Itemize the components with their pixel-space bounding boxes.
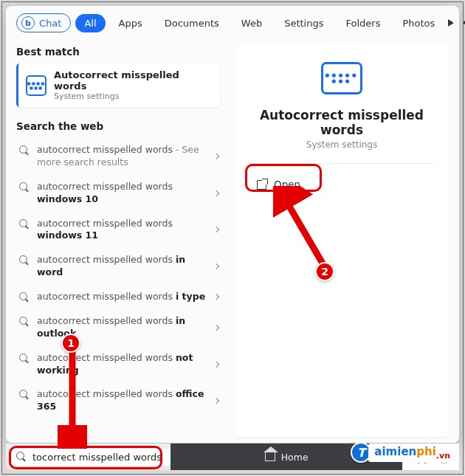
search-icon [19, 353, 30, 364]
web-result-text: autocorrect misspelled words in outlook [37, 315, 207, 340]
best-match-heading: Best match [16, 41, 227, 63]
detail-subtitle: System settings [306, 139, 377, 150]
web-result-text: autocorrect misspelled words windows 10 [37, 181, 207, 206]
open-label: Open [274, 179, 300, 190]
search-icon [19, 292, 30, 303]
web-result-item[interactable]: autocorrect misspelled words office 365 [16, 382, 223, 419]
web-result-text: autocorrect misspelled words office 365 [37, 388, 207, 413]
tab-web[interactable]: Web [232, 14, 271, 32]
watermark: T aimienphi.vn [351, 442, 453, 463]
taskbar-search[interactable]: tocorrect misspelled words [10, 449, 170, 466]
keyboard-icon: ●●●●●●● [26, 75, 46, 96]
chevron-right-icon [213, 227, 219, 232]
web-result-text: autocorrect misspelled words i type [37, 291, 205, 303]
bing-icon: b [21, 16, 35, 30]
search-icon [19, 219, 30, 230]
chevron-right-icon [213, 361, 219, 367]
search-icon [19, 390, 30, 400]
web-result-item[interactable]: autocorrect misspelled words in word [16, 248, 223, 285]
tab-chat-label: Chat [39, 18, 61, 29]
search-value: tocorrect misspelled words [32, 452, 162, 463]
web-result-text: autocorrect misspelled words - See more … [37, 144, 207, 169]
open-button[interactable]: Open [248, 174, 309, 195]
tab-apps[interactable]: Apps [110, 14, 151, 32]
open-icon [257, 180, 266, 190]
tab-documents[interactable]: Documents [156, 14, 228, 32]
web-result-item[interactable]: autocorrect misspelled words windows 10 [16, 175, 223, 212]
web-result-text: autocorrect misspelled words windows 11 [37, 218, 207, 243]
chevron-right-icon [213, 154, 219, 159]
keyboard-icon-large: ●●●●● ●●● [321, 62, 362, 94]
chevron-right-icon [213, 190, 219, 196]
home-icon [265, 452, 275, 461]
web-results-list: autocorrect misspelled words - See more … [16, 138, 227, 419]
detail-column: ●●●●● ●●● Autocorrect misspelled words S… [227, 38, 459, 443]
best-match-title: Autocorrect misspelled words [54, 69, 213, 92]
divider [248, 163, 435, 164]
annotation-badge-1: 1 [61, 334, 80, 353]
web-result-item[interactable]: autocorrect misspelled words not working [16, 346, 223, 383]
search-icon [19, 145, 30, 156]
web-result-item[interactable]: autocorrect misspelled words windows 11 [16, 212, 223, 249]
chevron-right-icon [213, 263, 219, 269]
web-result-text: autocorrect misspelled words in word [37, 254, 207, 279]
search-icon [16, 452, 27, 462]
web-result-item[interactable]: autocorrect misspelled words i type [16, 285, 223, 309]
home-label: Home [281, 452, 309, 463]
search-web-heading: Search the web [16, 116, 227, 138]
search-icon [19, 255, 30, 266]
tab-settings[interactable]: Settings [275, 14, 332, 32]
detail-title: Autocorrect misspelled words [248, 108, 435, 137]
results-column: Best match ●●●●●●● Autocorrect misspelle… [6, 38, 227, 443]
best-match-item[interactable]: ●●●●●●● Autocorrect misspelled words Sys… [16, 63, 220, 107]
chevron-right-icon [213, 398, 219, 404]
more-icon[interactable]: ••• [461, 16, 465, 30]
tab-photos[interactable]: Photos [393, 14, 444, 32]
tab-chat[interactable]: b Chat [16, 13, 71, 32]
search-icon [19, 317, 30, 327]
web-result-item[interactable]: autocorrect misspelled words - See more … [16, 138, 223, 175]
scroll-right-icon[interactable] [448, 19, 454, 27]
search-panel: b Chat All Apps Documents Web Settings F… [6, 6, 459, 443]
tab-all[interactable]: All [75, 14, 105, 32]
filter-tabs: b Chat All Apps Documents Web Settings F… [6, 6, 459, 38]
best-match-subtitle: System settings [54, 92, 213, 101]
web-result-text: autocorrect misspelled words not working [37, 352, 207, 377]
web-result-item[interactable]: autocorrect misspelled words in outlook [16, 309, 223, 346]
chevron-right-icon [213, 325, 219, 331]
annotation-badge-2: 2 [315, 262, 334, 281]
search-icon [19, 182, 30, 193]
detail-card: ●●●●● ●●● Autocorrect misspelled words S… [235, 44, 449, 437]
watermark-text: aimienphi.vn [368, 444, 453, 462]
tab-folders[interactable]: Folders [337, 14, 389, 32]
chevron-right-icon [213, 294, 219, 300]
